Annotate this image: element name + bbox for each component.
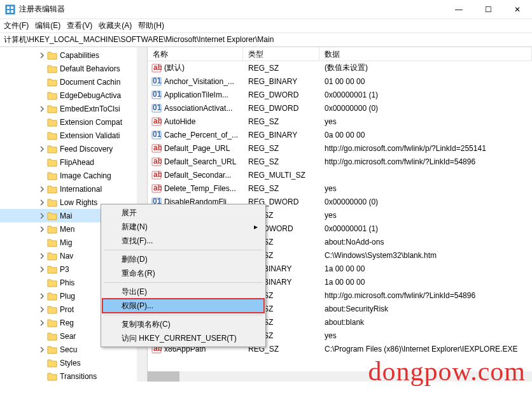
column-type[interactable]: 类型 bbox=[243, 47, 319, 61]
menu-favorites[interactable]: 收藏夹(A) bbox=[99, 20, 132, 31]
list-row[interactable]: ab(默认)REG_SZ(数值未设置) bbox=[148, 61, 532, 75]
chevron-right-icon: ▸ bbox=[254, 222, 258, 231]
svg-text:011: 011 bbox=[153, 130, 162, 139]
tree-item[interactable]: Extension Compat bbox=[0, 115, 147, 129]
tree-item[interactable]: International bbox=[0, 182, 147, 196]
maximize-button[interactable]: ☐ bbox=[473, 0, 503, 19]
value-data: 01 00 00 00 bbox=[319, 77, 532, 86]
blank-icon bbox=[38, 332, 46, 340]
chevron-right-icon[interactable] bbox=[38, 292, 46, 300]
tree-item[interactable]: FlipAhead bbox=[0, 155, 147, 169]
tree-item[interactable]: EdgeDebugActiva bbox=[0, 89, 147, 102]
chevron-right-icon[interactable] bbox=[38, 52, 46, 59]
tree-item-label: Sear bbox=[60, 332, 76, 341]
ctx-permissions[interactable]: 权限(P)... bbox=[102, 299, 264, 313]
chevron-right-icon[interactable] bbox=[38, 346, 46, 354]
value-type: REG_DWORD bbox=[243, 90, 319, 99]
folder-icon bbox=[47, 292, 57, 301]
bin-value-icon: 011 bbox=[151, 103, 162, 113]
tree-item[interactable]: EmbedExtnToClsi bbox=[0, 102, 147, 115]
chevron-right-icon[interactable] bbox=[38, 199, 46, 206]
column-data[interactable]: 数据 bbox=[319, 47, 532, 61]
list-hscrollbar[interactable] bbox=[148, 371, 532, 382]
tree-item-label: Styles bbox=[60, 359, 81, 368]
list-row[interactable]: abDefault_Search_URLREG_SZhttp://go.micr… bbox=[148, 155, 532, 168]
sz-value-icon: ab bbox=[151, 143, 162, 154]
list-row[interactable]: 011ApplicationTileIm...REG_DWORD0x000000… bbox=[148, 88, 532, 101]
chevron-right-icon[interactable] bbox=[38, 212, 46, 220]
folder-icon bbox=[47, 332, 57, 341]
ctx-new[interactable]: 新建(N)▸ bbox=[102, 220, 264, 234]
value-name: Delete_Temp_Files... bbox=[164, 184, 243, 193]
chevron-right-icon[interactable] bbox=[38, 145, 46, 153]
blank-icon bbox=[38, 92, 46, 99]
address-bar[interactable]: 计算机\HKEY_LOCAL_MACHINE\SOFTWARE\Microsof… bbox=[0, 33, 532, 47]
tree-item[interactable]: Image Caching bbox=[0, 169, 147, 182]
list-row[interactable]: 011AssociationActivat...REG_DWORD0x00000… bbox=[148, 101, 532, 115]
list-row[interactable]: abDefault_Page_URLREG_SZhttp://go.micros… bbox=[148, 141, 532, 155]
chevron-right-icon[interactable] bbox=[38, 266, 46, 273]
ctx-find[interactable]: 查找(F)... bbox=[102, 234, 264, 248]
tree-item[interactable]: Styles bbox=[0, 356, 147, 369]
blank-icon bbox=[38, 159, 46, 166]
blank-icon bbox=[38, 279, 46, 287]
tree-item-label: Men bbox=[60, 225, 74, 234]
value-type: REG_SZ bbox=[243, 64, 319, 73]
chevron-right-icon[interactable] bbox=[38, 306, 46, 313]
svg-text:ab: ab bbox=[153, 117, 162, 125]
value-data: 0x00000000 (0) bbox=[319, 197, 532, 206]
ctx-rename[interactable]: 重命名(R) bbox=[102, 266, 264, 280]
ctx-export[interactable]: 导出(E) bbox=[102, 285, 264, 299]
value-type: REG_SZ bbox=[243, 157, 319, 166]
value-data: yes bbox=[319, 211, 532, 220]
blank-icon bbox=[38, 78, 46, 86]
tree-item-label: FlipAhead bbox=[60, 158, 94, 167]
menu-view[interactable]: 查看(V) bbox=[67, 20, 92, 31]
value-data: 0a 00 00 00 bbox=[319, 131, 532, 139]
chevron-right-icon[interactable] bbox=[38, 319, 46, 327]
chevron-right-icon[interactable] bbox=[38, 185, 46, 193]
tree-item[interactable]: Default Behaviors bbox=[0, 62, 147, 75]
svg-rect-2 bbox=[11, 6, 13, 9]
list-row[interactable]: 011Cache_Percent_of_...REG_BINARY0a 00 0… bbox=[148, 128, 532, 141]
list-row[interactable]: abAutoHideREG_SZyes bbox=[148, 115, 532, 128]
value-data: yes bbox=[319, 117, 532, 126]
folder-icon bbox=[47, 225, 57, 234]
value-name: AutoHide bbox=[164, 117, 243, 126]
column-name[interactable]: 名称 bbox=[148, 47, 243, 61]
list-row[interactable]: 011Anchor_Visitation_...REG_BINARY01 00 … bbox=[148, 75, 532, 88]
tree-item-label: Mai bbox=[60, 211, 72, 220]
ctx-goto-hkcu[interactable]: 访问 HKEY_CURRENT_USER(T) bbox=[102, 331, 264, 345]
svg-text:ab: ab bbox=[153, 183, 162, 192]
folder-icon bbox=[47, 118, 57, 127]
tree-item[interactable]: Document Cachin bbox=[0, 75, 147, 89]
ctx-delete[interactable]: 删除(D) bbox=[102, 252, 264, 266]
folder-icon bbox=[47, 372, 57, 381]
tree-item-label: Image Caching bbox=[60, 171, 111, 180]
ctx-copyname[interactable]: 复制项名称(C) bbox=[102, 317, 264, 331]
value-data: (数值未设置) bbox=[319, 62, 532, 73]
tree-item-label: Low Rights bbox=[60, 198, 97, 207]
list-row[interactable]: abDefault_Secondar...REG_MULTI_SZ bbox=[148, 168, 532, 182]
menu-edit[interactable]: 编辑(E) bbox=[35, 20, 60, 31]
scrollbar-thumb[interactable] bbox=[148, 371, 179, 382]
ctx-expand[interactable]: 展开 bbox=[102, 206, 264, 220]
bin-value-icon: 011 bbox=[151, 90, 162, 100]
chevron-right-icon[interactable] bbox=[38, 105, 46, 113]
value-type: REG_SZ bbox=[243, 184, 319, 193]
menu-help[interactable]: 帮助(H) bbox=[138, 20, 164, 31]
tree-item[interactable]: Feed Discovery bbox=[0, 142, 147, 155]
tree-item[interactable]: Capabilities bbox=[0, 48, 147, 62]
svg-text:011: 011 bbox=[153, 90, 162, 99]
list-row[interactable]: abDelete_Temp_Files...REG_SZyes bbox=[148, 182, 532, 195]
value-name: Default_Page_URL bbox=[164, 144, 243, 153]
close-button[interactable]: ✕ bbox=[503, 0, 532, 19]
minimize-button[interactable]: — bbox=[444, 0, 473, 19]
value-type: REG_MULTI_SZ bbox=[243, 171, 319, 180]
menu-file[interactable]: 文件(F) bbox=[4, 20, 29, 31]
chevron-right-icon[interactable] bbox=[38, 225, 46, 233]
tree-item[interactable]: Transitions bbox=[0, 369, 147, 382]
value-data: about:NoAdd-ons bbox=[319, 238, 532, 247]
chevron-right-icon[interactable] bbox=[38, 252, 46, 260]
tree-item[interactable]: Extension Validati bbox=[0, 129, 147, 142]
